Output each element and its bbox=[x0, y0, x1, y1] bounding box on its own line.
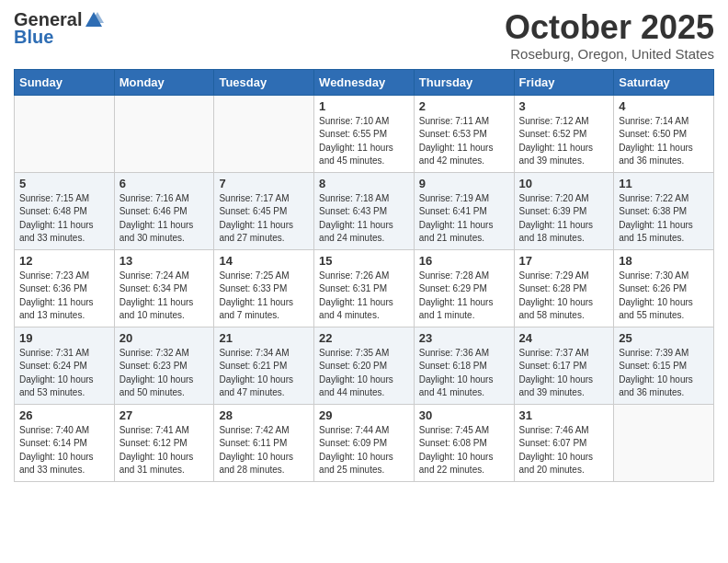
calendar-cell bbox=[15, 95, 115, 172]
calendar-cell: 15Sunrise: 7:26 AMSunset: 6:31 PMDayligh… bbox=[314, 249, 415, 327]
calendar-cell: 11Sunrise: 7:22 AMSunset: 6:38 PMDayligh… bbox=[614, 172, 714, 249]
day-number: 7 bbox=[219, 177, 309, 190]
month-title: October 2025 bbox=[505, 9, 714, 46]
day-info: Sunrise: 7:17 AMSunset: 6:45 PMDaylight:… bbox=[219, 192, 309, 246]
day-info: Sunrise: 7:45 AMSunset: 6:08 PMDaylight:… bbox=[419, 424, 509, 477]
calendar-cell: 30Sunrise: 7:45 AMSunset: 6:08 PMDayligh… bbox=[414, 404, 514, 481]
calendar-cell: 26Sunrise: 7:40 AMSunset: 6:14 PMDayligh… bbox=[15, 404, 115, 481]
day-info: Sunrise: 7:25 AMSunset: 6:33 PMDaylight:… bbox=[219, 270, 309, 323]
weekday-header: Thursday bbox=[414, 69, 514, 95]
calendar-cell: 16Sunrise: 7:28 AMSunset: 6:29 PMDayligh… bbox=[414, 249, 514, 327]
location: Roseburg, Oregon, United States bbox=[505, 46, 714, 62]
day-number: 29 bbox=[319, 408, 409, 422]
day-number: 23 bbox=[419, 331, 509, 345]
day-info: Sunrise: 7:12 AMSunset: 6:52 PMDaylight:… bbox=[519, 115, 609, 168]
day-info: Sunrise: 7:35 AMSunset: 6:20 PMDaylight:… bbox=[319, 347, 409, 400]
day-info: Sunrise: 7:18 AMSunset: 6:43 PMDaylight:… bbox=[319, 192, 409, 246]
day-number: 1 bbox=[319, 99, 409, 113]
day-number: 10 bbox=[519, 177, 609, 190]
day-number: 2 bbox=[419, 99, 509, 113]
day-number: 3 bbox=[519, 99, 609, 113]
calendar-cell bbox=[214, 95, 314, 172]
day-info: Sunrise: 7:16 AMSunset: 6:46 PMDaylight:… bbox=[119, 192, 210, 246]
day-info: Sunrise: 7:15 AMSunset: 6:48 PMDaylight:… bbox=[19, 192, 109, 246]
day-number: 17 bbox=[519, 254, 609, 268]
calendar-cell: 13Sunrise: 7:24 AMSunset: 6:34 PMDayligh… bbox=[114, 249, 214, 327]
day-number: 16 bbox=[419, 254, 509, 268]
calendar-cell: 8Sunrise: 7:18 AMSunset: 6:43 PMDaylight… bbox=[314, 172, 415, 249]
day-number: 8 bbox=[319, 177, 409, 190]
logo-blue: Blue bbox=[14, 27, 53, 48]
weekday-header: Saturday bbox=[614, 69, 714, 95]
day-number: 30 bbox=[419, 408, 509, 422]
calendar-week-row: 26Sunrise: 7:40 AMSunset: 6:14 PMDayligh… bbox=[15, 404, 714, 481]
day-number: 18 bbox=[619, 254, 709, 268]
day-info: Sunrise: 7:14 AMSunset: 6:50 PMDaylight:… bbox=[619, 115, 709, 168]
calendar-cell: 17Sunrise: 7:29 AMSunset: 6:28 PMDayligh… bbox=[514, 249, 614, 327]
day-info: Sunrise: 7:11 AMSunset: 6:53 PMDaylight:… bbox=[419, 115, 509, 168]
calendar-week-row: 12Sunrise: 7:23 AMSunset: 6:36 PMDayligh… bbox=[15, 249, 714, 327]
day-number: 24 bbox=[519, 331, 609, 345]
calendar-cell: 28Sunrise: 7:42 AMSunset: 6:11 PMDayligh… bbox=[214, 404, 314, 481]
day-info: Sunrise: 7:23 AMSunset: 6:36 PMDaylight:… bbox=[19, 270, 109, 323]
day-number: 28 bbox=[219, 408, 309, 422]
calendar-week-row: 19Sunrise: 7:31 AMSunset: 6:24 PMDayligh… bbox=[15, 327, 714, 404]
calendar-cell: 14Sunrise: 7:25 AMSunset: 6:33 PMDayligh… bbox=[214, 249, 314, 327]
day-info: Sunrise: 7:46 AMSunset: 6:07 PMDaylight:… bbox=[519, 424, 609, 477]
calendar-cell: 22Sunrise: 7:35 AMSunset: 6:20 PMDayligh… bbox=[314, 327, 415, 404]
calendar-cell: 4Sunrise: 7:14 AMSunset: 6:50 PMDaylight… bbox=[614, 95, 714, 172]
calendar-week-row: 5Sunrise: 7:15 AMSunset: 6:48 PMDaylight… bbox=[15, 172, 714, 249]
calendar-cell bbox=[614, 404, 714, 481]
calendar-cell: 1Sunrise: 7:10 AMSunset: 6:55 PMDaylight… bbox=[314, 95, 415, 172]
calendar-cell: 3Sunrise: 7:12 AMSunset: 6:52 PMDaylight… bbox=[514, 95, 614, 172]
calendar-page: General Blue October 2025 Roseburg, Oreg… bbox=[0, 0, 728, 563]
day-info: Sunrise: 7:28 AMSunset: 6:29 PMDaylight:… bbox=[419, 270, 509, 323]
calendar-cell: 23Sunrise: 7:36 AMSunset: 6:18 PMDayligh… bbox=[414, 327, 514, 404]
calendar-cell: 24Sunrise: 7:37 AMSunset: 6:17 PMDayligh… bbox=[514, 327, 614, 404]
day-info: Sunrise: 7:20 AMSunset: 6:39 PMDaylight:… bbox=[519, 192, 609, 246]
day-info: Sunrise: 7:31 AMSunset: 6:24 PMDaylight:… bbox=[19, 347, 109, 400]
day-info: Sunrise: 7:26 AMSunset: 6:31 PMDaylight:… bbox=[319, 270, 409, 323]
calendar-cell: 20Sunrise: 7:32 AMSunset: 6:23 PMDayligh… bbox=[114, 327, 214, 404]
calendar-cell: 25Sunrise: 7:39 AMSunset: 6:15 PMDayligh… bbox=[614, 327, 714, 404]
weekday-header-row: SundayMondayTuesdayWednesdayThursdayFrid… bbox=[15, 69, 714, 95]
day-info: Sunrise: 7:22 AMSunset: 6:38 PMDaylight:… bbox=[619, 192, 709, 246]
day-info: Sunrise: 7:40 AMSunset: 6:14 PMDaylight:… bbox=[19, 424, 109, 477]
day-number: 15 bbox=[319, 254, 409, 268]
calendar-cell: 19Sunrise: 7:31 AMSunset: 6:24 PMDayligh… bbox=[15, 327, 115, 404]
day-number: 25 bbox=[619, 331, 709, 345]
day-info: Sunrise: 7:10 AMSunset: 6:55 PMDaylight:… bbox=[319, 115, 409, 168]
calendar-cell: 21Sunrise: 7:34 AMSunset: 6:21 PMDayligh… bbox=[214, 327, 314, 404]
day-info: Sunrise: 7:41 AMSunset: 6:12 PMDaylight:… bbox=[119, 424, 210, 477]
day-number: 12 bbox=[19, 254, 109, 268]
day-number: 19 bbox=[19, 331, 109, 345]
day-info: Sunrise: 7:37 AMSunset: 6:17 PMDaylight:… bbox=[519, 347, 609, 400]
weekday-header: Monday bbox=[114, 69, 214, 95]
calendar-cell: 5Sunrise: 7:15 AMSunset: 6:48 PMDaylight… bbox=[15, 172, 115, 249]
calendar-cell bbox=[114, 95, 214, 172]
day-number: 5 bbox=[19, 177, 109, 190]
day-number: 21 bbox=[219, 331, 309, 345]
day-number: 26 bbox=[19, 408, 109, 422]
calendar-cell: 29Sunrise: 7:44 AMSunset: 6:09 PMDayligh… bbox=[314, 404, 415, 481]
calendar-table: SundayMondayTuesdayWednesdayThursdayFrid… bbox=[14, 69, 714, 482]
day-info: Sunrise: 7:34 AMSunset: 6:21 PMDaylight:… bbox=[219, 347, 309, 400]
day-number: 27 bbox=[119, 408, 210, 422]
weekday-header: Friday bbox=[514, 69, 614, 95]
day-info: Sunrise: 7:39 AMSunset: 6:15 PMDaylight:… bbox=[619, 347, 709, 400]
day-info: Sunrise: 7:29 AMSunset: 6:28 PMDaylight:… bbox=[519, 270, 609, 323]
page-header: General Blue October 2025 Roseburg, Oreg… bbox=[14, 9, 714, 62]
calendar-cell: 10Sunrise: 7:20 AMSunset: 6:39 PMDayligh… bbox=[514, 172, 614, 249]
calendar-cell: 18Sunrise: 7:30 AMSunset: 6:26 PMDayligh… bbox=[614, 249, 714, 327]
calendar-cell: 27Sunrise: 7:41 AMSunset: 6:12 PMDayligh… bbox=[114, 404, 214, 481]
day-number: 9 bbox=[419, 177, 509, 190]
title-area: October 2025 Roseburg, Oregon, United St… bbox=[505, 9, 714, 62]
day-info: Sunrise: 7:30 AMSunset: 6:26 PMDaylight:… bbox=[619, 270, 709, 323]
day-number: 22 bbox=[319, 331, 409, 345]
day-info: Sunrise: 7:32 AMSunset: 6:23 PMDaylight:… bbox=[119, 347, 210, 400]
day-number: 31 bbox=[519, 408, 609, 422]
calendar-cell: 2Sunrise: 7:11 AMSunset: 6:53 PMDaylight… bbox=[414, 95, 514, 172]
logo: General Blue bbox=[14, 9, 104, 48]
day-number: 13 bbox=[119, 254, 210, 268]
calendar-cell: 9Sunrise: 7:19 AMSunset: 6:41 PMDaylight… bbox=[414, 172, 514, 249]
